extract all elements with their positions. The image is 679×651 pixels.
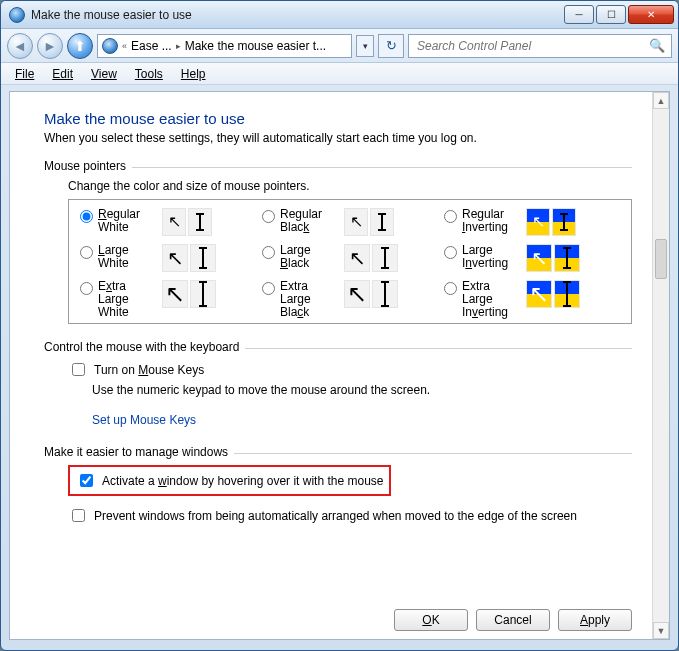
radio-large-inverting[interactable] bbox=[444, 246, 457, 259]
maximize-button[interactable]: ☐ bbox=[596, 5, 626, 24]
pointer-option-xl-inverting[interactable]: Extra LargeInverting ↖ bbox=[439, 280, 621, 319]
window-title: Make the mouse easier to use bbox=[31, 8, 564, 22]
back-button[interactable]: ◄ bbox=[7, 33, 33, 59]
menu-edit[interactable]: Edit bbox=[44, 65, 81, 83]
search-input[interactable] bbox=[415, 38, 643, 54]
scroll-down-button[interactable]: ▼ bbox=[653, 622, 669, 639]
close-button[interactable]: ✕ bbox=[628, 5, 674, 24]
menubar: File Edit View Tools Help bbox=[1, 63, 678, 85]
pointer-option-xl-white[interactable]: Extra LargeWhite ↖ bbox=[75, 280, 257, 319]
forward-button[interactable]: ► bbox=[37, 33, 63, 59]
pointer-option-regular-inverting[interactable]: RegularInverting ↖ bbox=[439, 208, 621, 236]
cursor-ibeam-icon bbox=[372, 280, 398, 308]
menu-view[interactable]: View bbox=[83, 65, 125, 83]
radio-xl-inverting[interactable] bbox=[444, 282, 457, 295]
cursor-ibeam-icon bbox=[190, 280, 216, 308]
page-title: Make the mouse easier to use bbox=[44, 110, 632, 127]
group-label-windows: Make it easier to manage windows bbox=[44, 445, 228, 459]
window-frame: Make the mouse easier to use ─ ☐ ✕ ◄ ► ⬆… bbox=[0, 0, 679, 651]
pointer-options-box: RegularWhite ↖ Regular Black ↖ bbox=[68, 199, 632, 324]
radio-large-black[interactable] bbox=[262, 246, 275, 259]
group-label-pointers: Mouse pointers bbox=[44, 159, 126, 173]
link-setup-mouse-keys[interactable]: Set up Mouse Keys bbox=[92, 413, 196, 427]
group-label-keyboard: Control the mouse with the keyboard bbox=[44, 340, 239, 354]
scroll-thumb[interactable] bbox=[655, 239, 667, 279]
checkbox-activate-hover[interactable] bbox=[80, 474, 93, 487]
group-manage-windows: Make it easier to manage windows bbox=[44, 445, 632, 459]
page-subtitle: When you select these settings, they wil… bbox=[44, 131, 632, 145]
breadcrumb-icon bbox=[102, 38, 118, 54]
minimize-button[interactable]: ─ bbox=[564, 5, 594, 24]
breadcrumb-1[interactable]: Ease ... bbox=[131, 39, 172, 53]
checkbox-prevent-arrange-label: Prevent windows from being automatically… bbox=[94, 509, 577, 523]
cursor-ibeam-icon bbox=[554, 280, 580, 308]
pointer-option-xl-black[interactable]: Extra LargeBlack ↖ bbox=[257, 280, 439, 319]
group-keyboard-control: Control the mouse with the keyboard bbox=[44, 340, 632, 354]
breadcrumb-2[interactable]: Make the mouse easier t... bbox=[185, 39, 326, 53]
checkbox-mouse-keys[interactable] bbox=[72, 363, 85, 376]
refresh-button[interactable]: ↻ bbox=[378, 34, 404, 58]
cursor-arrow-icon: ↖ bbox=[162, 244, 188, 272]
cursor-arrow-icon: ↖ bbox=[526, 280, 552, 308]
cursor-arrow-icon: ↖ bbox=[526, 244, 552, 272]
radio-regular-black[interactable] bbox=[262, 210, 275, 223]
cursor-arrow-icon: ↖ bbox=[162, 208, 186, 236]
content-area: Make the mouse easier to use When you se… bbox=[9, 91, 670, 640]
checkbox-activate-hover-label: Activate a window by hovering over it wi… bbox=[102, 474, 383, 488]
titlebar: Make the mouse easier to use ─ ☐ ✕ bbox=[1, 1, 678, 29]
menu-tools[interactable]: Tools bbox=[127, 65, 171, 83]
cursor-ibeam-icon bbox=[370, 208, 394, 236]
scroll-up-button[interactable]: ▲ bbox=[653, 92, 669, 109]
search-box[interactable]: 🔍 bbox=[408, 34, 672, 58]
checkbox-mouse-keys-row[interactable]: Turn on Mouse Keys bbox=[68, 360, 632, 379]
cursor-ibeam-icon bbox=[372, 244, 398, 272]
cursor-ibeam-icon bbox=[190, 244, 216, 272]
cursor-arrow-icon: ↖ bbox=[344, 280, 370, 308]
menu-help[interactable]: Help bbox=[173, 65, 214, 83]
vertical-scrollbar[interactable]: ▲ ▼ bbox=[652, 92, 669, 639]
checkbox-prevent-arrange-row[interactable]: Prevent windows from being automatically… bbox=[68, 506, 632, 525]
navbar: ◄ ► ⬆ « Ease ... ▸ Make the mouse easier… bbox=[1, 29, 678, 63]
ok-button[interactable]: OK bbox=[394, 609, 468, 631]
cursor-arrow-icon: ↖ bbox=[526, 208, 550, 236]
checkbox-activate-hover-row[interactable]: Activate a window by hovering over it wi… bbox=[68, 465, 391, 496]
pointer-option-large-white[interactable]: Large White ↖ bbox=[75, 244, 257, 272]
cursor-ibeam-icon bbox=[554, 244, 580, 272]
address-bar[interactable]: « Ease ... ▸ Make the mouse easier t... bbox=[97, 34, 352, 58]
radio-regular-white[interactable] bbox=[80, 210, 93, 223]
apply-button[interactable]: Apply bbox=[558, 609, 632, 631]
control-panel-icon bbox=[9, 7, 25, 23]
chevron-left-icon: « bbox=[122, 41, 127, 51]
chevron-icon: ▸ bbox=[176, 41, 181, 51]
address-dropdown[interactable]: ▾ bbox=[356, 35, 374, 57]
menu-file[interactable]: File bbox=[7, 65, 42, 83]
cursor-arrow-icon: ↖ bbox=[344, 244, 370, 272]
pointer-option-large-inverting[interactable]: LargeInverting ↖ bbox=[439, 244, 621, 272]
up-button[interactable]: ⬆ bbox=[67, 33, 93, 59]
cursor-arrow-icon: ↖ bbox=[344, 208, 368, 236]
pointer-sublabel: Change the color and size of mouse point… bbox=[68, 179, 632, 193]
search-icon: 🔍 bbox=[649, 38, 665, 53]
scroll-track[interactable] bbox=[653, 109, 669, 622]
footer-buttons: OK Cancel Apply bbox=[394, 609, 632, 631]
checkbox-mouse-keys-label: Turn on Mouse Keys bbox=[94, 363, 204, 377]
pointer-option-regular-black[interactable]: Regular Black ↖ bbox=[257, 208, 439, 236]
radio-xl-black[interactable] bbox=[262, 282, 275, 295]
cancel-button[interactable]: Cancel bbox=[476, 609, 550, 631]
content-scroll: Make the mouse easier to use When you se… bbox=[10, 92, 652, 639]
group-mouse-pointers: Mouse pointers bbox=[44, 159, 632, 173]
radio-regular-inverting[interactable] bbox=[444, 210, 457, 223]
cursor-arrow-icon: ↖ bbox=[162, 280, 188, 308]
radio-xl-white[interactable] bbox=[80, 282, 93, 295]
cursor-ibeam-icon bbox=[552, 208, 576, 236]
radio-large-white[interactable] bbox=[80, 246, 93, 259]
pointer-option-regular-white[interactable]: RegularWhite ↖ bbox=[75, 208, 257, 236]
checkbox-prevent-arrange[interactable] bbox=[72, 509, 85, 522]
mouse-keys-desc: Use the numeric keypad to move the mouse… bbox=[92, 383, 632, 397]
pointer-option-large-black[interactable]: Large Black ↖ bbox=[257, 244, 439, 272]
cursor-ibeam-icon bbox=[188, 208, 212, 236]
